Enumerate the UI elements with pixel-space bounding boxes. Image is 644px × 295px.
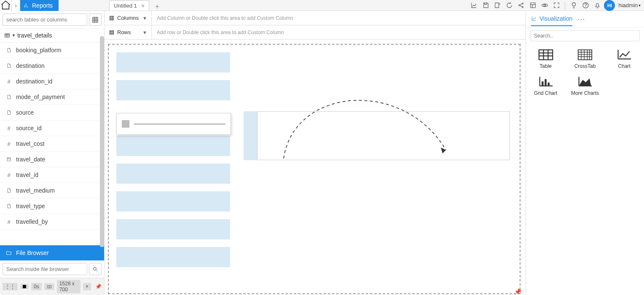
field-source[interactable]: source [0, 105, 104, 121]
scrollbar[interactable] [100, 36, 104, 247]
grid-toggle-button[interactable] [89, 13, 102, 26]
bell-icon[interactable] [592, 0, 602, 11]
file-icon [6, 48, 12, 53]
field-destination[interactable]: destination [0, 58, 104, 74]
viz-item-morecharts[interactable]: More Charts [565, 72, 604, 99]
caret-down-icon: ▼ [12, 33, 16, 38]
placeholder-dropzone[interactable] [257, 111, 510, 160]
svg-rect-6 [93, 17, 98, 22]
share-icon[interactable] [516, 0, 526, 11]
field-label: destination_id [16, 78, 52, 85]
field-travel_cost[interactable]: #travel_cost [0, 136, 104, 152]
rows-shelf-hint[interactable]: Add row or Double click this area to add… [152, 30, 526, 35]
fields-list: booking_platformdestination#destination_… [0, 43, 104, 245]
svg-rect-10 [47, 286, 51, 288]
svg-rect-16 [110, 32, 113, 32]
field-label: travel_date [16, 156, 45, 163]
divider [565, 1, 565, 10]
placeholder-strip [244, 111, 257, 160]
drag-card-icon [122, 120, 129, 128]
top-bar: › Reports Untitled 1 × + HI hiadmin▾ [0, 0, 644, 11]
right-panel: Visualization ⋯ Table CrossTab Chart Gri… [526, 11, 644, 295]
field-destination_id[interactable]: #destination_id [0, 74, 104, 89]
field-booking_platform[interactable]: booking_platform [0, 43, 104, 58]
avatar[interactable]: HI [604, 0, 615, 11]
viz-item-chart[interactable]: Chart [605, 46, 644, 72]
close-icon[interactable]: × [141, 3, 145, 9]
tab-untitled[interactable]: Untitled 1 × [109, 0, 149, 11]
field-travel_date[interactable]: travel_date [0, 152, 104, 167]
table-name: travel_details [17, 32, 52, 39]
drag-card[interactable] [116, 113, 231, 135]
columns-shelf-label[interactable]: Columns ▼ [105, 11, 152, 25]
refresh-icon[interactable] [504, 0, 514, 11]
export-icon[interactable] [492, 0, 502, 11]
home-icon[interactable] [0, 0, 12, 11]
file-icon [6, 110, 12, 115]
svg-point-4 [544, 4, 545, 6]
svg-rect-3 [531, 3, 535, 8]
pin-icon[interactable]: 📌 [514, 288, 521, 295]
camera-icon[interactable] [44, 283, 54, 290]
placeholder-block [116, 164, 230, 184]
viz-item-table[interactable]: Table [526, 46, 565, 72]
tab-visualization[interactable]: Visualization [531, 15, 572, 26]
layout-icon[interactable] [528, 0, 538, 11]
chevron-down-icon: ▼ [142, 30, 147, 35]
viz-item-crosstab[interactable]: CrossTab [565, 46, 604, 72]
save-icon[interactable] [480, 0, 491, 11]
hash-icon: # [6, 141, 12, 147]
preview-icon[interactable] [539, 0, 550, 11]
field-travel_id[interactable]: #travel_id [0, 167, 104, 183]
svg-point-0 [519, 5, 520, 6]
record-icon[interactable] [20, 284, 29, 289]
add-tab-button[interactable]: + [153, 3, 161, 11]
rows-shelf: Rows ▼ Add row or Double click this area… [105, 25, 526, 40]
search-input[interactable] [3, 13, 87, 26]
breadcrumb-reports-label: Reports [32, 2, 53, 9]
more-options-icon[interactable]: ⋯ [577, 14, 585, 27]
user-name[interactable]: hiadmin▾ [618, 2, 641, 8]
placeholder-block [116, 247, 230, 267]
hash-icon: # [6, 125, 12, 131]
field-mode_of_payment[interactable]: mode_of_payment [0, 89, 104, 105]
fullscreen-icon[interactable] [551, 0, 561, 11]
drag-handle-icon[interactable]: ⋮⋮ [3, 283, 18, 290]
file-search-input[interactable] [3, 263, 87, 275]
field-label: travel_id [16, 172, 38, 178]
placeholder-block [116, 219, 230, 239]
rows-shelf-label[interactable]: Rows ▼ [105, 25, 152, 39]
close-status-icon[interactable]: × [83, 283, 91, 290]
columns-shelf-hint[interactable]: Add Column or Double click this area to … [152, 15, 526, 21]
svg-point-2 [522, 6, 523, 8]
lightbulb-icon[interactable] [569, 0, 579, 11]
hash-icon: # [6, 219, 12, 225]
breadcrumb-reports[interactable]: Reports [20, 0, 59, 11]
help-icon[interactable] [580, 0, 590, 11]
hash-icon: # [6, 78, 12, 85]
svg-rect-17 [110, 33, 113, 34]
svg-rect-8 [7, 158, 11, 161]
file-browser-label: File Browser [16, 249, 49, 256]
visualization-grid: Table CrossTab Chart Grid Chart More Cha… [526, 44, 644, 101]
breadcrumb: › Reports [0, 0, 59, 11]
svg-rect-22 [547, 83, 550, 86]
viz-item-gridchart[interactable]: Grid Chart [526, 72, 565, 99]
svg-rect-14 [113, 16, 113, 20]
left-sidebar: ▼ travel_details booking_platformdestina… [0, 11, 105, 295]
field-travel_medium[interactable]: travel_medium [0, 183, 104, 198]
search-button[interactable] [89, 263, 102, 275]
field-source_id[interactable]: #source_id [0, 121, 104, 136]
table-header[interactable]: ▼ travel_details [0, 29, 104, 43]
field-travel_type[interactable]: travel_type [0, 198, 104, 214]
toolbar-actions: HI hiadmin▾ [469, 0, 644, 11]
file-icon [6, 204, 12, 209]
pin-icon[interactable]: 📌 [95, 284, 102, 290]
field-travelled_by[interactable]: #travelled_by [0, 214, 104, 230]
chevron-right-icon: › [12, 0, 20, 11]
viz-search-input[interactable] [530, 30, 640, 41]
status-dimensions: 644 x 295 [57, 280, 80, 293]
design-canvas[interactable]: 📌 [108, 44, 521, 294]
chart-icon[interactable] [469, 0, 479, 11]
file-browser-header[interactable]: File Browser [0, 245, 104, 260]
